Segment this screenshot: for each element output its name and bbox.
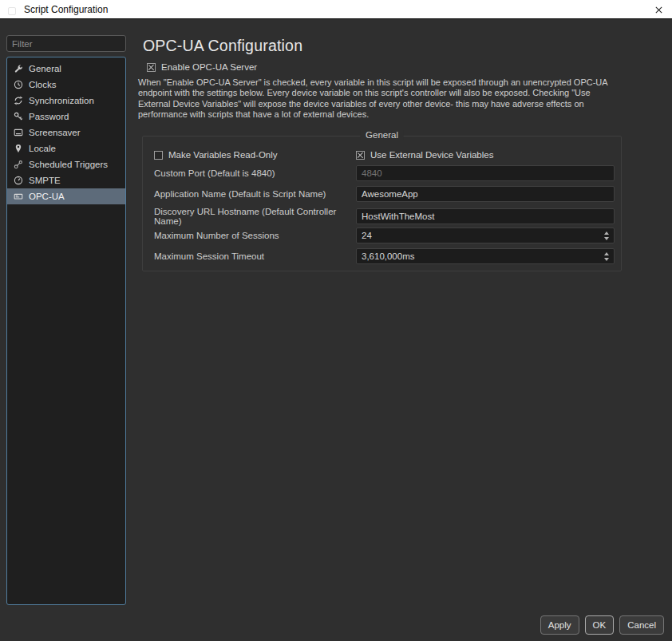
sidebar-item-opc-ua[interactable]: OPC-UA bbox=[7, 188, 125, 204]
sidebar-item-smpte[interactable]: SMPTE bbox=[7, 172, 125, 188]
spin-up-icon[interactable] bbox=[604, 252, 609, 255]
application-name-label: Application Name (Default is Script Name… bbox=[154, 189, 356, 199]
description-text: When "Enable OPC-UA Server" is checked, … bbox=[138, 77, 665, 121]
sidebar-item-password[interactable]: Password bbox=[7, 109, 125, 125]
discovery-url-hostname-label: Discovery URL Hostname (Default Controll… bbox=[154, 207, 356, 226]
enable-opc-ua-server-row[interactable]: Enable OPC-UA Server bbox=[147, 62, 257, 72]
sidebar-item-screensaver[interactable]: Screensaver bbox=[7, 125, 125, 140]
key-icon bbox=[13, 112, 23, 122]
make-variables-read-only-label: Make Variables Read-Only bbox=[168, 150, 278, 160]
clock-icon bbox=[13, 80, 23, 90]
custom-port-label: Custom Port (Default is 4840) bbox=[154, 168, 356, 178]
spin-up-icon[interactable] bbox=[604, 231, 609, 235]
filter-input[interactable] bbox=[6, 35, 126, 52]
titlebar: Script Configuration bbox=[0, 0, 672, 19]
link-icon bbox=[13, 160, 23, 170]
maximum-number-of-sessions-input[interactable]: 24 bbox=[356, 228, 615, 243]
field-row: Maximum Session Timeout 3,610,000ms bbox=[154, 248, 615, 264]
window-title: Script Configuration bbox=[24, 4, 108, 15]
maximum-session-timeout-label: Maximum Session Timeout bbox=[154, 251, 356, 261]
field-row: Discovery URL Hostname (Default Controll… bbox=[154, 207, 615, 223]
ok-button[interactable]: OK bbox=[585, 615, 615, 635]
field-row: Custom Port (Default is 4840) 4840 bbox=[154, 165, 615, 181]
spin-down-icon[interactable] bbox=[604, 258, 609, 261]
spinner-arrows[interactable] bbox=[603, 228, 611, 243]
sidebar-item-label: Synchronization bbox=[29, 96, 94, 105]
custom-port-input[interactable]: 4840 bbox=[356, 165, 615, 181]
use-external-device-variables-checkbox[interactable] bbox=[356, 151, 365, 160]
footer-buttons: Apply OK Cancel bbox=[540, 615, 664, 635]
network-icon bbox=[13, 192, 23, 202]
sidebar-item-label: SMPTE bbox=[29, 176, 61, 185]
maximum-session-timeout-value: 3,610,000ms bbox=[362, 251, 415, 261]
sidebar-category-list[interactable]: General Clocks Synchronization Password … bbox=[6, 57, 126, 605]
custom-port-value: 4840 bbox=[362, 168, 382, 178]
spinner-arrows[interactable] bbox=[603, 249, 611, 263]
sidebar-item-label: Scheduled Triggers bbox=[29, 160, 108, 169]
sidebar-item-label: Locale bbox=[29, 144, 56, 153]
sidebar-item-label: Clocks bbox=[29, 80, 57, 89]
application-name-value: AwesomeApp bbox=[362, 189, 418, 199]
sidebar-item-clocks[interactable]: Clocks bbox=[7, 77, 125, 93]
field-row: Maximum Number of Sessions 24 bbox=[154, 228, 615, 243]
sidebar-item-scheduled-triggers[interactable]: Scheduled Triggers bbox=[7, 156, 125, 172]
page-title: OPC-UA Configuration bbox=[143, 37, 302, 55]
use-external-device-variables-label: Use External Device Variables bbox=[370, 150, 493, 160]
enable-opc-ua-server-checkbox[interactable] bbox=[147, 63, 156, 72]
app-icon bbox=[7, 5, 17, 14]
sidebar-item-locale[interactable]: Locale bbox=[7, 140, 125, 156]
wrench-icon bbox=[13, 64, 23, 74]
sync-icon bbox=[13, 96, 23, 106]
sidebar-item-label: Password bbox=[29, 112, 69, 121]
make-variables-read-only-checkbox[interactable] bbox=[154, 151, 163, 160]
cancel-button[interactable]: Cancel bbox=[619, 615, 664, 635]
sidebar-item-general[interactable]: General bbox=[7, 61, 125, 77]
discovery-url-hostname-value: HostWithTheMost bbox=[362, 212, 434, 221]
maximum-session-timeout-input[interactable]: 3,610,000ms bbox=[356, 248, 615, 264]
sidebar-item-label: OPC-UA bbox=[29, 192, 65, 201]
make-variables-read-only-row[interactable]: Make Variables Read-Only bbox=[154, 149, 356, 160]
enable-opc-ua-server-label: Enable OPC-UA Server bbox=[161, 62, 257, 72]
general-group-box: General Make Variables Read-Only Use Ext… bbox=[142, 136, 622, 271]
sidebar-item-synchronization[interactable]: Synchronization bbox=[7, 93, 125, 109]
pin-icon bbox=[13, 144, 23, 154]
group-checkbox-row: Make Variables Read-Only Use External De… bbox=[154, 149, 611, 160]
group-title: General bbox=[360, 130, 404, 140]
gauge-icon bbox=[13, 176, 23, 186]
close-icon[interactable] bbox=[650, 3, 666, 16]
field-row: Application Name (Default is Script Name… bbox=[154, 186, 615, 202]
apply-button[interactable]: Apply bbox=[540, 615, 579, 635]
screen-icon bbox=[13, 128, 23, 138]
discovery-url-hostname-input[interactable]: HostWithTheMost bbox=[356, 208, 615, 224]
maximum-number-of-sessions-value: 24 bbox=[362, 231, 372, 240]
use-external-device-variables-row[interactable]: Use External Device Variables bbox=[356, 149, 611, 160]
script-configuration-dialog: Script Configuration General Clocks Sync… bbox=[0, 0, 672, 641]
application-name-input[interactable]: AwesomeApp bbox=[356, 186, 615, 202]
sidebar-item-label: Screensaver bbox=[29, 128, 81, 137]
maximum-number-of-sessions-label: Maximum Number of Sessions bbox=[154, 231, 356, 240]
sidebar-item-label: General bbox=[29, 64, 61, 73]
spin-down-icon[interactable] bbox=[604, 237, 609, 240]
